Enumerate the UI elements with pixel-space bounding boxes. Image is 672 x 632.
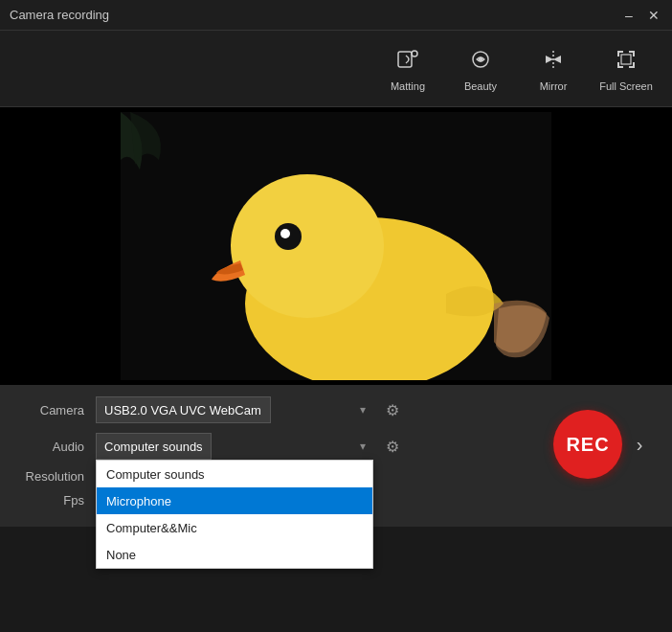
camera-select[interactable]: USB2.0 VGA UVC WebCam (96, 396, 271, 423)
mirror-icon (540, 46, 567, 77)
beauty-icon (467, 46, 494, 77)
minimize-button[interactable]: – (620, 7, 638, 24)
beauty-label: Beauty (464, 80, 497, 92)
audio-label: Audio (19, 440, 96, 454)
mirror-button[interactable]: Mirror (517, 35, 590, 102)
title-bar-controls: – ✕ (620, 7, 662, 24)
svg-point-9 (280, 229, 290, 238)
audio-option-none[interactable]: None (97, 541, 372, 568)
fullscreen-label: Full Screen (599, 80, 653, 92)
audio-dropdown: Computer sounds Microphone Computer&&Mic… (96, 460, 373, 569)
audio-option-computer-sounds[interactable]: Computer sounds (97, 461, 372, 487)
svg-rect-0 (398, 52, 412, 67)
svg-rect-4 (621, 55, 631, 64)
title-bar: Camera recording – ✕ (0, 0, 672, 31)
matting-label: Matting (391, 80, 425, 92)
toolbar: Matting Beauty Mirror (0, 31, 672, 107)
audio-option-computer-and-mic[interactable]: Computer&&Mic (97, 514, 372, 541)
camera-settings-button[interactable]: ⚙ (379, 396, 406, 423)
close-button[interactable]: ✕ (645, 7, 662, 24)
controls-area: Camera USB2.0 VGA UVC WebCam ⚙ Audio Com… (0, 385, 672, 527)
beauty-button[interactable]: Beauty (444, 35, 517, 102)
matting-icon (394, 46, 421, 77)
video-preview (0, 107, 672, 385)
title-bar-left: Camera recording (10, 8, 109, 22)
app-title: Camera recording (10, 8, 109, 22)
svg-point-1 (412, 51, 417, 56)
camera-select-wrapper: USB2.0 VGA UVC WebCam (96, 396, 373, 423)
fullscreen-button[interactable]: Full Screen (590, 35, 662, 102)
audio-select[interactable]: Computer sounds (96, 433, 212, 460)
fps-label: Fps (19, 493, 96, 508)
mirror-label: Mirror (540, 80, 568, 92)
svg-point-3 (479, 56, 483, 61)
audio-option-microphone[interactable]: Microphone (97, 487, 372, 514)
audio-select-wrapper: Computer sounds (96, 433, 373, 460)
camera-label: Camera (19, 403, 96, 418)
audio-row: Audio Computer sounds ⚙ Computer sounds … (19, 433, 653, 460)
fullscreen-icon (613, 46, 639, 77)
audio-settings-button[interactable]: ⚙ (379, 433, 406, 460)
svg-point-7 (231, 174, 384, 318)
resolution-label: Resolution (19, 469, 96, 484)
matting-button[interactable]: Matting (371, 35, 444, 102)
